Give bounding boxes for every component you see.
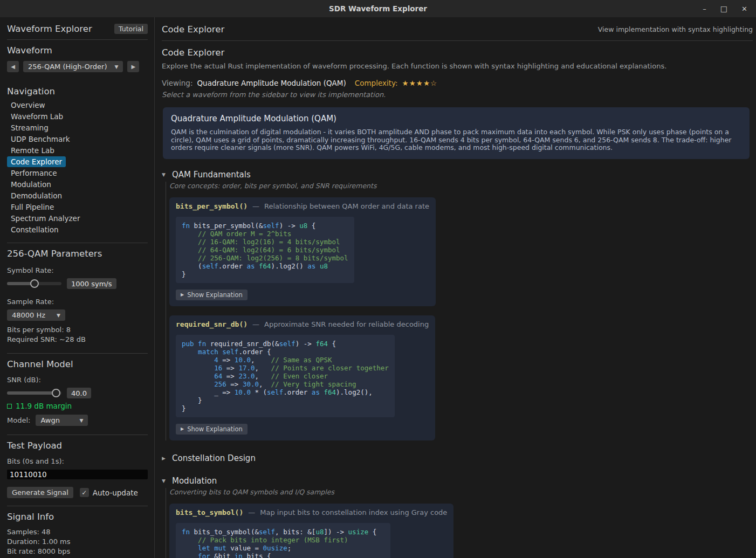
- minimize-icon[interactable]: –: [703, 5, 706, 12]
- auto-update-label: Auto-update: [93, 488, 138, 497]
- info-box-title: Quadrature Amplitude Modulation (QAM): [171, 114, 741, 123]
- waveform-heading: Waveform: [7, 45, 148, 56]
- sample-rate-label: Sample Rate:: [7, 298, 148, 306]
- payload-heading: Test Payload: [7, 440, 148, 451]
- code-line: // 16-QAM: log2(16) = 4 bits/symbol: [182, 238, 348, 246]
- sidebar-item-streaming[interactable]: Streaming: [7, 122, 52, 133]
- code-line: 16 => 17.0, // Points are closer togethe…: [182, 364, 389, 372]
- signal-info-heading: Signal Info: [7, 512, 148, 522]
- window-title: SDR Waveform Explorer: [329, 4, 427, 13]
- parameters-heading: 256-QAM Parameters: [7, 249, 148, 259]
- channel-heading: Channel Model: [7, 359, 148, 369]
- complexity-stars: ★★★★☆: [402, 79, 438, 87]
- function-card: bits_per_symbol()—Relationship between Q…: [169, 197, 436, 306]
- section-title: Modulation: [172, 476, 217, 486]
- main-panel: Code Explorer View implementation with s…: [155, 17, 756, 558]
- sidebar-item-performance[interactable]: Performance: [7, 168, 61, 178]
- snr-slider[interactable]: [7, 389, 61, 397]
- auto-update-checkbox[interactable]: ✓: [80, 488, 89, 497]
- code-line: // 256-QAM: log2(256) = 8 bits/symbol: [182, 254, 348, 262]
- complexity-label: Complexity:: [355, 79, 398, 87]
- function-summary: Map input bits to constellation index us…: [260, 508, 447, 516]
- main-top-title: Code Explorer: [162, 24, 224, 35]
- section-title: QAM Fundamentals: [172, 170, 251, 180]
- signal-info-line: Samples: 48: [7, 527, 148, 537]
- sidebar-item-overview[interactable]: Overview: [7, 100, 49, 111]
- code-line: fn bits_to_symbol(&self, bits: &[u8]) ->…: [182, 528, 384, 536]
- function-card: bits_to_symbol()—Map input bits to const…: [169, 504, 453, 558]
- sample-rate-dropdown[interactable]: 48000 Hz ▼: [7, 309, 65, 321]
- symbol-rate-value[interactable]: 1000 sym/s: [67, 278, 116, 289]
- section-body: Converting bits to QAM symbols and I/Q s…: [166, 488, 753, 558]
- signal-info-line: Bit rate: 8000 bps: [7, 547, 148, 556]
- code-line: }: [182, 404, 389, 412]
- sidebar: Waveform Explorer Tutorial Waveform ◀ 25…: [0, 17, 155, 558]
- code-line: match self.order {: [182, 348, 389, 356]
- waveform-dropdown[interactable]: 256-QAM (High-Order) ▼: [23, 61, 123, 72]
- section-header-modulation[interactable]: ▼Modulation: [162, 476, 753, 486]
- required-snr-text: Required SNR: ~28 dB: [7, 335, 148, 345]
- tutorial-button[interactable]: Tutorial: [114, 24, 148, 34]
- code-line: _ => 10.0 * (self.order as f64).log2(),: [182, 388, 389, 396]
- collapse-triangle-icon: ▼: [162, 478, 167, 484]
- sidebar-hint: Select a waveform from the sidebar to vi…: [162, 91, 753, 99]
- symbol-rate-slider[interactable]: [7, 279, 61, 288]
- waveform-next-button[interactable]: ▶: [127, 61, 139, 72]
- section-body: Core concepts: order, bits per symbol, a…: [166, 182, 753, 440]
- top-right-note: View implementation with syntax highligh…: [598, 25, 753, 33]
- divider: [7, 435, 148, 435]
- code-section: ▼ModulationConverting bits to QAM symbol…: [162, 476, 753, 558]
- sidebar-item-full-pipeline[interactable]: Full Pipeline: [7, 202, 58, 212]
- code-block: fn bits_per_symbol(&self) -> u8 { // QAM…: [176, 217, 354, 283]
- waveform-info-box: Quadrature Amplitude Modulation (QAM) QA…: [163, 107, 750, 159]
- sidebar-title: Waveform Explorer: [7, 24, 92, 34]
- section-header-constellation-design[interactable]: ▶Constellation Design: [162, 453, 753, 463]
- page-title: Code Explorer: [162, 47, 753, 58]
- sidebar-item-spectrum-analyzer[interactable]: Spectrum Analyzer: [7, 213, 84, 224]
- divider: [7, 39, 148, 40]
- function-name: required_snr_db(): [176, 320, 248, 328]
- code-line: 64 => 23.0, // Even closer: [182, 372, 389, 380]
- code-line: 256 => 30.0, // Very tight spacing: [182, 380, 389, 388]
- model-dropdown[interactable]: Awgn ▼: [36, 415, 88, 426]
- sidebar-item-remote-lab[interactable]: Remote Lab: [7, 145, 58, 156]
- sidebar-item-waveform-lab[interactable]: Waveform Lab: [7, 111, 67, 122]
- sidebar-item-udp-benchmark[interactable]: UDP Benchmark: [7, 134, 74, 144]
- bits-per-symbol-text: Bits per symbol: 8: [7, 325, 148, 335]
- function-summary: Approximate SNR needed for reliable deco…: [264, 320, 429, 328]
- info-box-body: QAM is the culmination of digital modula…: [171, 128, 741, 152]
- function-summary: Relationship between QAM order and data …: [264, 202, 429, 210]
- expand-triangle-icon: ▶: [181, 426, 184, 431]
- show-explanation-label: Show Explanation: [187, 425, 243, 433]
- dash-separator: —: [252, 202, 259, 210]
- sidebar-item-constellation[interactable]: Constellation: [7, 224, 63, 235]
- model-label: Model:: [7, 416, 30, 424]
- generate-signal-button[interactable]: Generate Signal: [7, 487, 73, 498]
- close-icon[interactable]: ✕: [741, 5, 747, 12]
- sidebar-item-demodulation[interactable]: Demodulation: [7, 190, 66, 201]
- navigation-heading: Navigation: [7, 86, 148, 97]
- left-arrow-icon: ◀: [11, 64, 15, 70]
- function-card: required_snr_db()—Approximate SNR needed…: [169, 315, 435, 440]
- chevron-down-icon: ▼: [57, 313, 60, 318]
- code-line: }: [182, 270, 348, 278]
- code-line: 4 => 10.0, // Same as QPSK: [182, 356, 389, 364]
- sidebar-item-modulation[interactable]: Modulation: [7, 179, 55, 190]
- symbol-rate-slider-thumb[interactable]: [30, 279, 39, 288]
- code-section: ▶Constellation Design: [162, 453, 753, 463]
- snr-value[interactable]: 40.0: [67, 388, 91, 398]
- section-subtitle: Converting bits to QAM symbols and I/Q s…: [169, 488, 753, 496]
- function-card-header: bits_per_symbol()—Relationship between Q…: [176, 202, 429, 210]
- expand-triangle-icon: ▶: [181, 292, 184, 297]
- section-header-qam-fundamentals[interactable]: ▼QAM Fundamentals: [162, 170, 753, 180]
- snr-slider-thumb[interactable]: [52, 389, 60, 397]
- show-explanation-button[interactable]: ▶Show Explanation: [176, 424, 248, 435]
- sidebar-item-code-explorer[interactable]: Code Explorer: [7, 156, 66, 167]
- check-icon: ✓: [81, 489, 87, 497]
- show-explanation-button[interactable]: ▶Show Explanation: [176, 290, 248, 300]
- waveform-prev-button[interactable]: ◀: [7, 61, 19, 72]
- chevron-down-icon: ▼: [114, 64, 118, 70]
- maximize-icon[interactable]: □: [720, 5, 727, 12]
- bits-input[interactable]: [7, 470, 148, 479]
- code-line: for &bit in bits {: [182, 552, 384, 558]
